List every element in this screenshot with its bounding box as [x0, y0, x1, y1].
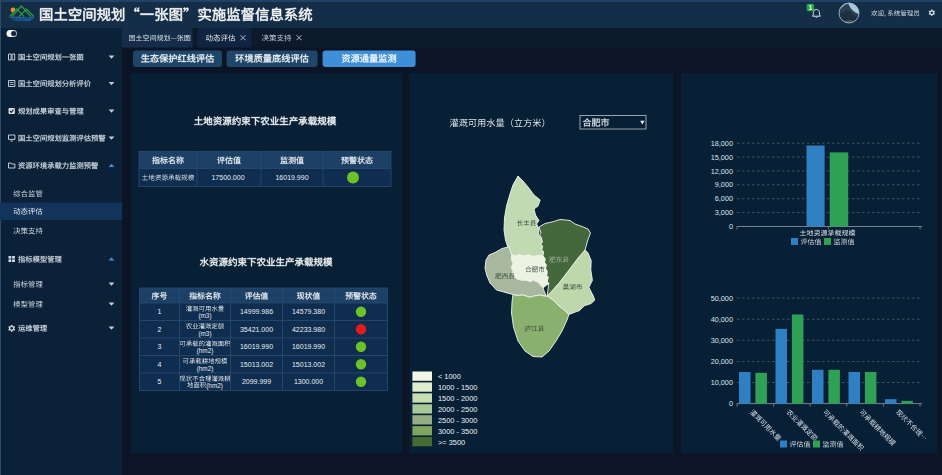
svg-text:1: 1: [809, 4, 813, 11]
svg-text:1000 - 1500: 1000 - 1500: [438, 383, 477, 392]
svg-text:16019.990: 16019.990: [240, 343, 273, 350]
svg-text:40,000: 40,000: [711, 315, 733, 324]
svg-text:15013.002: 15013.002: [240, 361, 273, 368]
svg-text:16019.990: 16019.990: [292, 343, 325, 350]
svg-text:15,000: 15,000: [711, 153, 733, 162]
svg-text:(hm2): (hm2): [197, 347, 214, 355]
svg-text:35421.000: 35421.000: [240, 326, 273, 333]
svg-text:1300.000: 1300.000: [294, 378, 323, 385]
svg-text:20,000: 20,000: [711, 357, 733, 366]
svg-text:2: 2: [158, 326, 162, 333]
svg-text:3,000: 3,000: [715, 208, 733, 217]
svg-text:5: 5: [158, 378, 162, 385]
svg-text:0: 0: [729, 222, 733, 231]
svg-text:1: 1: [158, 308, 162, 315]
svg-text:10,000: 10,000: [711, 378, 733, 387]
svg-text:(m3): (m3): [198, 312, 211, 320]
svg-text:14579.380: 14579.380: [292, 308, 325, 315]
svg-text:2099.999: 2099.999: [242, 378, 271, 385]
svg-text:< 1000: < 1000: [438, 372, 461, 381]
svg-text:3000 - 3500: 3000 - 3500: [438, 427, 477, 436]
svg-text:15013.002: 15013.002: [292, 361, 325, 368]
svg-text:18,000: 18,000: [711, 139, 733, 148]
svg-text:12,000: 12,000: [711, 167, 733, 176]
svg-text:(hm2): (hm2): [197, 365, 214, 373]
svg-text:2000 - 2500: 2000 - 2500: [438, 405, 477, 414]
svg-text:>= 3500: >= 3500: [438, 438, 465, 447]
svg-text:14999.986: 14999.986: [240, 308, 273, 315]
svg-text:17500.000: 17500.000: [211, 174, 244, 181]
svg-text:1500 - 2000: 1500 - 2000: [438, 394, 477, 403]
svg-text:(hm2): (hm2): [206, 382, 223, 390]
svg-text:50,000: 50,000: [711, 294, 733, 303]
svg-text:6,000: 6,000: [715, 194, 733, 203]
svg-text:0: 0: [729, 399, 733, 408]
svg-text:4: 4: [158, 361, 162, 368]
svg-text:2500 - 3000: 2500 - 3000: [438, 416, 477, 425]
svg-text:9,000: 9,000: [715, 180, 733, 189]
svg-text:42233.980: 42233.980: [292, 326, 325, 333]
svg-text:30,000: 30,000: [711, 336, 733, 345]
svg-text:3: 3: [158, 343, 162, 350]
svg-text:16019.990: 16019.990: [275, 174, 308, 181]
svg-text:(m3): (m3): [198, 330, 211, 338]
